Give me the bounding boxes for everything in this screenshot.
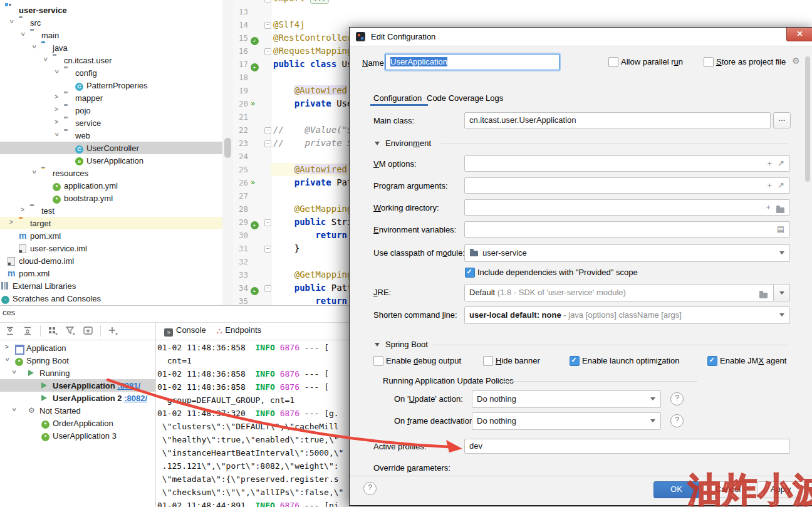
scrollbar-thumb[interactable] <box>224 138 231 158</box>
gear-icon[interactable]: ⚙ <box>792 56 800 66</box>
dialog-titlebar[interactable]: Edit Configuration <box>350 28 812 46</box>
add-frame-icon[interactable] <box>83 326 94 337</box>
add-icon[interactable]: + <box>767 159 772 168</box>
port-link[interactable]: :8082/ <box>124 394 147 403</box>
jre-combo[interactable]: Default (1.8 - SDK of 'user-service' mod… <box>464 284 774 301</box>
on-frame-deactivation-combo[interactable]: Do nothing <box>472 412 661 430</box>
expand-field-icon[interactable]: ↗ <box>778 159 784 168</box>
tab-logs[interactable]: Logs <box>486 93 503 103</box>
tree-row[interactable]: >pojo <box>0 104 222 117</box>
tree-collapsed-icon[interactable]: > <box>8 219 14 226</box>
group-by-icon[interactable] <box>48 326 59 337</box>
port-link[interactable]: :8081/ <box>117 381 140 390</box>
editor-line[interactable]: −import ... <box>233 0 812 5</box>
working-directory-input[interactable]: + <box>464 199 790 216</box>
run-tree-row[interactable]: >Application <box>0 342 155 354</box>
panel-splitter[interactable] <box>155 322 156 507</box>
tree-expanded-icon[interactable]: > <box>11 369 18 375</box>
fold-marker-icon[interactable]: − <box>264 127 271 134</box>
project-tree[interactable]: user-service>src>main>java>cn.itcast.use… <box>0 0 222 305</box>
tree-expanded-icon[interactable]: > <box>11 407 18 413</box>
tree-collapsed-icon[interactable]: > <box>53 106 60 113</box>
fold-marker-icon[interactable]: − <box>264 22 271 29</box>
tab-endpoints[interactable]: ∴Endpoints <box>217 325 261 338</box>
tree-row[interactable]: >src <box>0 16 222 29</box>
fold-marker-icon[interactable]: − <box>264 219 271 226</box>
add-icon[interactable] <box>108 326 119 337</box>
tree-collapsed-icon[interactable]: > <box>53 118 60 125</box>
collapse-all-icon[interactable] <box>23 326 34 337</box>
environment-collapse-icon[interactable] <box>375 142 380 145</box>
tree-expanded-icon[interactable]: > <box>53 132 60 138</box>
tree-row[interactable]: >target <box>0 217 222 229</box>
tree-row[interactable]: >resources <box>0 167 222 179</box>
dialog-scrollbar[interactable] <box>805 56 810 182</box>
expand-field-icon[interactable]: ↗ <box>778 180 784 190</box>
provided-scope-checkbox[interactable] <box>465 268 475 278</box>
project-tree-scrollbar[interactable] <box>222 0 233 305</box>
fold-marker-icon[interactable]: − <box>264 0 271 3</box>
cancel-button[interactable]: Cancel <box>707 481 749 498</box>
fold-marker-icon[interactable]: − <box>264 285 271 292</box>
add-icon[interactable]: + <box>766 202 771 212</box>
fold-marker-icon[interactable]: − <box>264 48 271 55</box>
jre-dropdown-button[interactable] <box>773 284 790 301</box>
close-button[interactable]: ✕ <box>786 28 812 41</box>
gutter-arrows-icon[interactable]: » <box>251 99 260 108</box>
on-update-action-combo[interactable]: Do nothing <box>472 390 661 408</box>
tree-row[interactable]: >main <box>0 29 222 41</box>
tree-row[interactable]: >test <box>0 204 222 217</box>
tree-row[interactable]: >java <box>0 41 222 54</box>
tree-expanded-icon[interactable]: > <box>4 357 11 363</box>
tree-collapsed-icon[interactable]: > <box>19 206 26 213</box>
tree-expanded-icon[interactable]: > <box>8 19 15 25</box>
hide-banner-checkbox[interactable] <box>483 356 493 366</box>
run-tree-row[interactable]: *UserApplication 3 <box>0 429 155 442</box>
spring-boot-collapse-icon[interactable] <box>375 343 380 347</box>
vm-options-input[interactable]: + ↗ <box>464 155 790 172</box>
filter-icon[interactable] <box>65 326 76 337</box>
tree-expanded-icon[interactable]: > <box>42 56 49 63</box>
tree-row[interactable]: >cn.itcast.user <box>0 54 222 66</box>
editor-line[interactable]: 13 <box>233 5 812 18</box>
tree-row[interactable]: mpom.xml <box>0 229 222 242</box>
tree-expanded-icon[interactable]: > <box>31 44 38 50</box>
browse-vars-icon[interactable]: ▤ <box>777 224 784 234</box>
allow-parallel-run-checkbox[interactable] <box>608 57 618 67</box>
gutter-bean-icon[interactable]: ✓ <box>251 33 260 43</box>
gutter-arrows-icon[interactable]: » <box>251 178 260 187</box>
help-icon[interactable]: ? <box>670 392 684 405</box>
tree-row[interactable]: user-service <box>0 4 222 16</box>
run-tree-row[interactable]: *OrderApplication <box>0 417 155 429</box>
enable-launch-optimization-checkbox[interactable] <box>570 356 580 366</box>
name-input[interactable]: UserApplication <box>385 54 560 70</box>
tree-row[interactable]: CUserController <box>0 142 222 154</box>
tree-collapsed-icon[interactable]: > <box>4 343 10 350</box>
gutter-mapping-icon[interactable]: ▸ <box>251 60 260 69</box>
tree-expanded-icon[interactable]: > <box>31 169 38 175</box>
tree-row[interactable]: >config <box>0 66 222 79</box>
add-icon[interactable]: + <box>767 180 772 190</box>
tree-row[interactable]: »UserApplication <box>0 154 222 167</box>
apply-button[interactable]: Apply <box>757 481 804 498</box>
dialog-help-button[interactable]: ? <box>363 482 377 495</box>
tree-row[interactable]: >web <box>0 129 222 142</box>
help-icon[interactable]: ? <box>670 414 684 427</box>
program-arguments-input[interactable]: + ↗ <box>464 177 790 194</box>
tree-row[interactable]: ◦Scratches and Consoles <box>0 292 222 305</box>
shorten-command-line-combo[interactable]: user-local default: none - java [options… <box>464 306 790 324</box>
classpath-module-combo[interactable]: user-service <box>464 244 790 262</box>
fold-marker-icon[interactable]: − <box>264 140 271 147</box>
tree-row[interactable]: CPatternProperies <box>0 79 222 91</box>
store-as-project-file-checkbox[interactable] <box>704 57 714 67</box>
tree-row[interactable]: user-service.iml <box>0 242 222 254</box>
run-tree-row[interactable]: >⚙Not Started <box>0 404 155 417</box>
browse-button[interactable]: ... <box>773 112 791 128</box>
enable-jmx-agent-checkbox[interactable] <box>707 356 717 366</box>
expand-all-icon[interactable] <box>5 326 16 337</box>
run-tree-row[interactable]: >Running <box>0 367 155 379</box>
environment-variables-input[interactable]: ▤ <box>464 221 790 238</box>
run-tree-row[interactable]: UserApplication :8081/ <box>0 379 155 392</box>
tree-row[interactable]: >mapper <box>0 91 222 104</box>
folder-icon[interactable] <box>776 205 784 215</box>
